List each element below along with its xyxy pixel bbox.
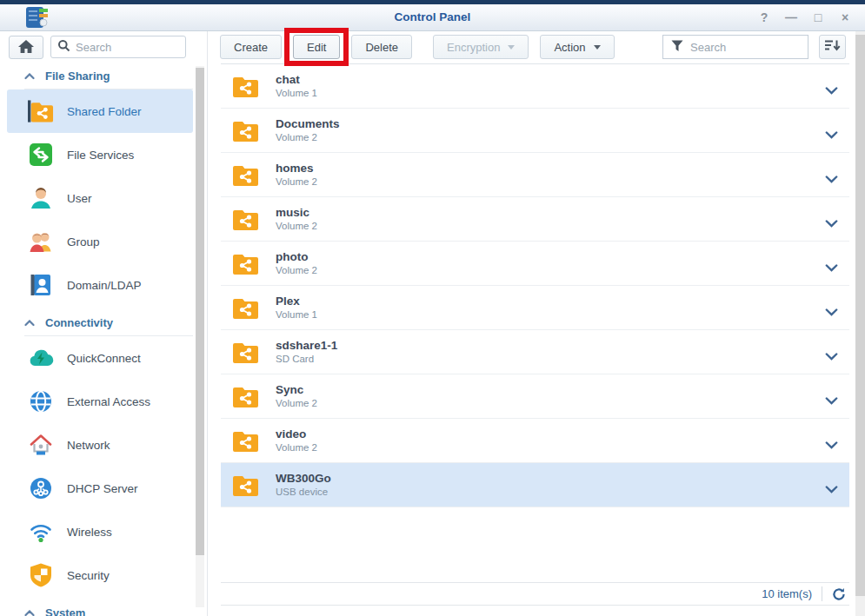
minimize-icon[interactable]: — [785, 10, 797, 24]
sidebar-item-shared-folder[interactable]: Shared Folder [7, 89, 193, 133]
folder-location: Volume 1 [276, 87, 317, 100]
chevron-down-icon[interactable] [825, 437, 838, 453]
home-icon [17, 38, 35, 57]
shared-folder-row[interactable]: Sync Volume 2 [221, 374, 849, 419]
sort-list-icon [824, 38, 841, 56]
maximize-icon[interactable]: □ [812, 10, 824, 24]
shared-folder-icon [232, 208, 259, 231]
chevron-down-icon[interactable] [825, 127, 838, 142]
folder-name: photo [276, 249, 317, 264]
chevron-down-icon[interactable] [825, 481, 838, 497]
chevron-down-icon[interactable] [825, 304, 838, 320]
folder-location: Volume 2 [276, 264, 317, 277]
section-header-connectivity[interactable]: Connectivity [24, 307, 193, 336]
sidebar-item-domain-ldap[interactable]: Domain/LDAP [7, 263, 193, 307]
shared-folder-row[interactable]: video Volume 2 [221, 419, 849, 463]
control-panel-app-icon [26, 7, 50, 31]
status-bar: 10 item(s) [221, 582, 849, 606]
sidebar-item-file-services[interactable]: File Services [7, 133, 193, 176]
domain-ldap-icon [28, 272, 54, 298]
group-icon [28, 229, 54, 255]
dhcp-server-icon [28, 475, 54, 501]
sidebar-item-dhcp-server[interactable]: DHCP Server [7, 467, 193, 510]
help-icon[interactable]: ? [758, 10, 770, 24]
shared-folder-icon [232, 296, 259, 320]
shared-folder-row[interactable]: homes Volume 2 [221, 153, 849, 197]
divider [822, 586, 822, 601]
shared-folder-icon [232, 429, 259, 453]
sidebar-item-group[interactable]: Group [7, 220, 193, 263]
sidebar-item-user[interactable]: User [7, 176, 193, 220]
folder-location: Volume 2 [276, 131, 340, 144]
section-header-system[interactable]: System [24, 597, 193, 616]
shared-folder-icon [232, 474, 259, 497]
sidebar-item-network[interactable]: Network [7, 423, 193, 467]
shared-folder-row[interactable]: music Volume 2 [221, 197, 849, 242]
quickconnect-icon [28, 345, 54, 371]
sidebar-search-input[interactable] [76, 41, 179, 54]
folder-location: Volume 2 [276, 397, 317, 410]
shared-folder-icon [232, 252, 259, 275]
folder-location: Volume 2 [276, 176, 317, 189]
user-icon [28, 185, 54, 211]
shared-folder-row[interactable]: Plex Volume 1 [221, 286, 849, 330]
titlebar: Control Panel ? — □ × [0, 4, 865, 31]
sidebar-scrollbar[interactable] [196, 66, 204, 607]
chevron-up-icon [24, 606, 35, 616]
shared-folder-icon [232, 341, 259, 364]
shared-folder-icon [232, 75, 259, 98]
main-scrollbar[interactable] [855, 31, 865, 616]
caret-down-icon [594, 45, 601, 50]
sidebar-item-wireless[interactable]: Wireless [7, 510, 193, 553]
shared-folder-row[interactable]: WB300Go USB device [221, 463, 849, 507]
encryption-dropdown-button[interactable]: Encryption [433, 35, 529, 59]
folder-name: music [276, 205, 317, 220]
chevron-down-icon[interactable] [825, 171, 838, 187]
sidebar-item-external-access[interactable]: External Access [7, 380, 193, 423]
sidebar-search-box [50, 36, 186, 58]
chevron-down-icon[interactable] [825, 348, 838, 364]
security-icon [28, 562, 54, 588]
external-access-icon [28, 388, 54, 414]
shared-folder-row[interactable]: photo Volume 2 [221, 242, 849, 286]
toolbar: Create Edit Delete Encryption Action [208, 31, 865, 63]
shared-folder-row[interactable]: chat Volume 1 [221, 64, 849, 109]
toolbar-search-input[interactable] [690, 41, 801, 54]
create-button[interactable]: Create [220, 35, 282, 59]
shared-folder-icon [232, 119, 259, 142]
edit-button[interactable]: Edit [293, 35, 340, 59]
chevron-down-icon[interactable] [825, 215, 838, 231]
action-dropdown-button[interactable]: Action [540, 35, 614, 59]
chevron-up-icon [24, 70, 35, 83]
chevron-up-icon [24, 316, 35, 329]
section-header-file-sharing[interactable]: File Sharing [24, 60, 193, 89]
home-button[interactable] [9, 36, 43, 59]
chevron-down-icon[interactable] [825, 260, 838, 275]
folder-location: USB device [276, 486, 331, 499]
search-icon [57, 39, 70, 56]
caret-down-icon [508, 45, 515, 50]
folder-list: chat Volume 1 Documents Volume 2 [221, 63, 849, 507]
folder-location: Volume 1 [276, 308, 317, 321]
sort-button[interactable] [819, 35, 846, 59]
item-count: 10 item(s) [762, 587, 812, 600]
chevron-down-icon[interactable] [825, 393, 838, 408]
folder-location: Volume 2 [276, 220, 317, 233]
shared-folder-row[interactable]: Documents Volume 2 [221, 109, 849, 153]
window-title: Control Panel [0, 4, 865, 30]
shared-folder-row[interactable]: sdshare1-1 SD Card [221, 330, 849, 374]
close-icon[interactable]: × [839, 10, 851, 24]
toolbar-search-box [662, 35, 808, 59]
folder-name: Sync [276, 382, 317, 397]
network-icon [28, 432, 54, 458]
folder-name: Plex [276, 294, 317, 308]
delete-button[interactable]: Delete [351, 35, 412, 59]
chevron-down-icon[interactable] [825, 83, 838, 98]
sidebar-item-quickconnect[interactable]: QuickConnect [7, 336, 193, 380]
sidebar-item-security[interactable]: Security [7, 553, 193, 597]
shared-folder-icon [232, 385, 259, 408]
filter-icon [670, 39, 684, 56]
refresh-button[interactable] [832, 587, 846, 601]
folder-location: SD Card [276, 353, 337, 366]
sidebar: File Sharing Shared Folder [0, 31, 208, 616]
